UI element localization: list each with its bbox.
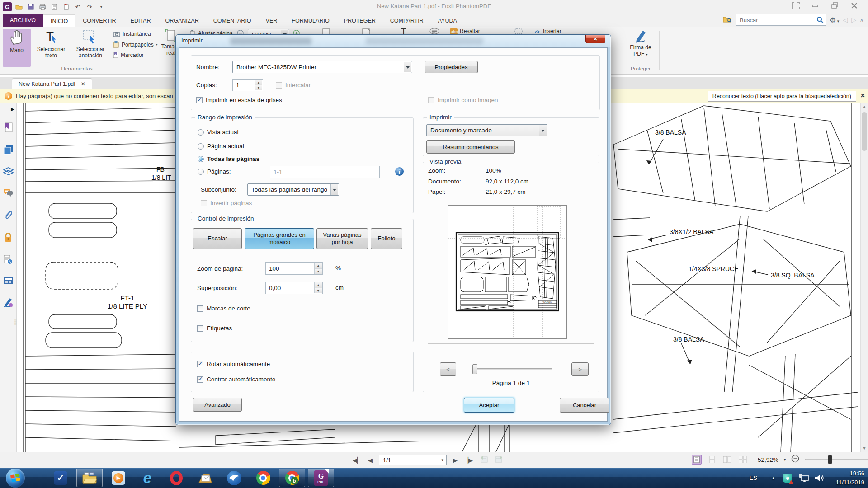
bookmark-button[interactable]: Marcador bbox=[113, 52, 144, 58]
taskbar-browser-b[interactable]: b bbox=[279, 469, 305, 487]
first-page-icon[interactable]: ◀▏ bbox=[353, 457, 362, 464]
taskbar-mail[interactable] bbox=[192, 469, 218, 487]
tab-close-icon[interactable]: ✕ bbox=[81, 81, 85, 87]
undo-icon[interactable]: ↶ bbox=[73, 2, 82, 11]
cut-marks-checkbox[interactable]: Marcas de corte bbox=[197, 305, 250, 312]
scroll-down-icon[interactable]: ▼ bbox=[861, 446, 868, 450]
tab-convertir[interactable]: CONVERTIR bbox=[75, 14, 123, 27]
tray-show-hidden-icon[interactable]: ▲ bbox=[771, 468, 775, 488]
digital-signatures-icon[interactable] bbox=[3, 297, 14, 309]
taskbar-opera[interactable] bbox=[163, 469, 189, 487]
bookmarks-icon[interactable] bbox=[4, 122, 13, 134]
tab-proteger[interactable]: PROTEGER bbox=[337, 14, 383, 27]
tray-volume-icon[interactable] bbox=[815, 468, 825, 488]
start-button[interactable] bbox=[4, 469, 27, 487]
current-page-radio[interactable]: Página actual bbox=[198, 143, 244, 150]
advanced-button[interactable]: Avanzado bbox=[193, 398, 242, 412]
save-icon[interactable] bbox=[26, 2, 35, 11]
continuous-facing-icon[interactable] bbox=[738, 455, 748, 465]
zoom-slider[interactable] bbox=[805, 455, 868, 465]
printer-combo[interactable]: Brother MFC-J825DW Printer bbox=[232, 61, 412, 73]
nav-back-icon[interactable]: ◁ bbox=[843, 16, 848, 23]
tab-archivo[interactable]: ARCHIVO bbox=[3, 14, 43, 27]
vertical-scrollbar[interactable]: ▲ ▼ bbox=[860, 103, 868, 452]
taskbar-remote-app[interactable]: ✓ bbox=[47, 469, 74, 487]
pdf-sign-button[interactable]: Firma dePDF ▾ bbox=[626, 29, 655, 67]
tray-antivirus-icon[interactable]: e bbox=[783, 468, 792, 488]
printer-combo-arrow-icon[interactable] bbox=[404, 62, 411, 72]
print-icon[interactable] bbox=[38, 2, 47, 11]
facing-icon[interactable] bbox=[722, 455, 732, 465]
pages-radio[interactable]: Páginas: bbox=[198, 168, 231, 175]
preview-slider-thumb[interactable] bbox=[472, 364, 477, 374]
pages-icon[interactable] bbox=[4, 145, 13, 156]
clipboard-button[interactable]: Portapapeles ▾ bbox=[113, 41, 158, 48]
redo-icon[interactable]: ↷ bbox=[85, 2, 94, 11]
tab-comentario[interactable]: COMENTARIO bbox=[206, 14, 259, 27]
minimize-icon[interactable] bbox=[811, 2, 819, 9]
page-zoom-input[interactable]: 100 ▲▼ bbox=[265, 262, 323, 275]
single-page-icon[interactable] bbox=[692, 455, 702, 465]
document-tab[interactable]: New Katana Part 1.pdf ✕ bbox=[12, 78, 92, 89]
auto-rotate-checkbox[interactable]: Rotar automáticamente bbox=[197, 361, 270, 367]
tab-formulario[interactable]: FORMULARIO bbox=[284, 14, 336, 27]
labels-checkbox[interactable]: Etiquetas bbox=[197, 325, 232, 332]
settings-gear-icon[interactable]: ⚙ ▾ bbox=[830, 16, 839, 24]
tray-clock[interactable]: 19:56 11/11/2019 bbox=[836, 468, 864, 488]
restore-icon[interactable] bbox=[831, 2, 839, 9]
grayscale-checkbox[interactable]: Imprimir en escala de grises bbox=[196, 97, 282, 103]
search-input[interactable] bbox=[736, 14, 826, 26]
summarize-comments-button[interactable]: Resumir comentarios bbox=[426, 140, 515, 154]
all-pages-radio[interactable]: Todas las páginas bbox=[198, 155, 259, 162]
page-zoom-spinner[interactable]: ▲▼ bbox=[314, 263, 322, 274]
copies-input[interactable]: 1 ▲▼ bbox=[232, 79, 263, 91]
form-fields-icon[interactable] bbox=[3, 277, 13, 286]
tile-large-pages-button[interactable]: Páginas grandes en mosaico bbox=[245, 228, 314, 249]
layers-icon[interactable] bbox=[3, 167, 14, 178]
prev-page-icon[interactable]: ◀ bbox=[368, 457, 373, 464]
print-what-arrow-icon[interactable] bbox=[539, 125, 547, 136]
recognize-text-button[interactable]: Reconocer texto (Hacer apto para la búsq… bbox=[708, 91, 856, 102]
taskbar-explorer[interactable] bbox=[76, 469, 103, 487]
scrollbar-thumb[interactable] bbox=[862, 112, 867, 151]
taskbar-media-player[interactable]: ▶ bbox=[105, 469, 132, 487]
preview-next-button[interactable]: > bbox=[571, 362, 589, 376]
page-dropdown-icon[interactable]: ▾ bbox=[441, 458, 443, 462]
customize-toolbar-icon[interactable]: ▾ bbox=[97, 2, 106, 11]
next-page-icon[interactable]: ▶ bbox=[453, 457, 458, 464]
preview-page-slider[interactable] bbox=[469, 362, 552, 376]
dialog-title[interactable]: Imprimir bbox=[181, 37, 203, 44]
foxit-logo-icon[interactable]: G bbox=[3, 2, 12, 11]
tab-organizar[interactable]: ORGANIZAR bbox=[158, 14, 206, 27]
zoom-out-circle-icon[interactable] bbox=[791, 455, 799, 465]
booklet-button[interactable]: Folleto bbox=[371, 228, 402, 249]
clipboard-dropdown-icon[interactable]: ▾ bbox=[156, 42, 158, 47]
insert-button[interactable]: Insertar bbox=[534, 28, 561, 34]
recent-scan-icon[interactable] bbox=[4, 255, 13, 266]
search-folder-icon[interactable] bbox=[723, 15, 732, 24]
print-what-combo[interactable]: Documento y marcado bbox=[426, 124, 547, 136]
subset-combo[interactable]: Todas las páginas del rango bbox=[247, 183, 339, 196]
statusbar-zoom-dropdown-icon[interactable]: ▾ bbox=[784, 457, 786, 462]
tab-ver[interactable]: VER bbox=[259, 14, 285, 27]
select-annotation-button[interactable]: Seleccionar anotación bbox=[71, 29, 109, 67]
cancel-button[interactable]: Cancelar bbox=[560, 398, 609, 413]
reflow-button[interactable] bbox=[429, 28, 439, 35]
tab-ayuda[interactable]: AYUDA bbox=[431, 14, 464, 27]
select-text-button[interactable]: T Seleccionar texto bbox=[33, 29, 70, 67]
close-icon[interactable] bbox=[850, 2, 858, 9]
layout-windows-icon[interactable] bbox=[792, 2, 800, 9]
search-icon[interactable] bbox=[816, 16, 824, 23]
scale-tile-button[interactable]: Escalar bbox=[193, 228, 242, 249]
zoom-slider-thumb[interactable] bbox=[828, 455, 832, 464]
tray-network-icon[interactable] bbox=[798, 468, 809, 488]
attachments-icon[interactable] bbox=[4, 210, 12, 222]
stamp-button[interactable] bbox=[514, 28, 523, 35]
page-number-box[interactable]: 1/1 ▾ bbox=[379, 455, 447, 465]
scroll-up-icon[interactable]: ▲ bbox=[861, 104, 868, 109]
taskbar-internet-explorer[interactable]: e bbox=[134, 469, 160, 487]
multiple-pages-button[interactable]: Varias páginas por hoja bbox=[316, 228, 368, 249]
next-view-icon[interactable] bbox=[495, 455, 504, 465]
properties-button[interactable]: Propiedades bbox=[425, 61, 478, 73]
taskbar-foxit[interactable]: G PDF bbox=[308, 469, 334, 487]
